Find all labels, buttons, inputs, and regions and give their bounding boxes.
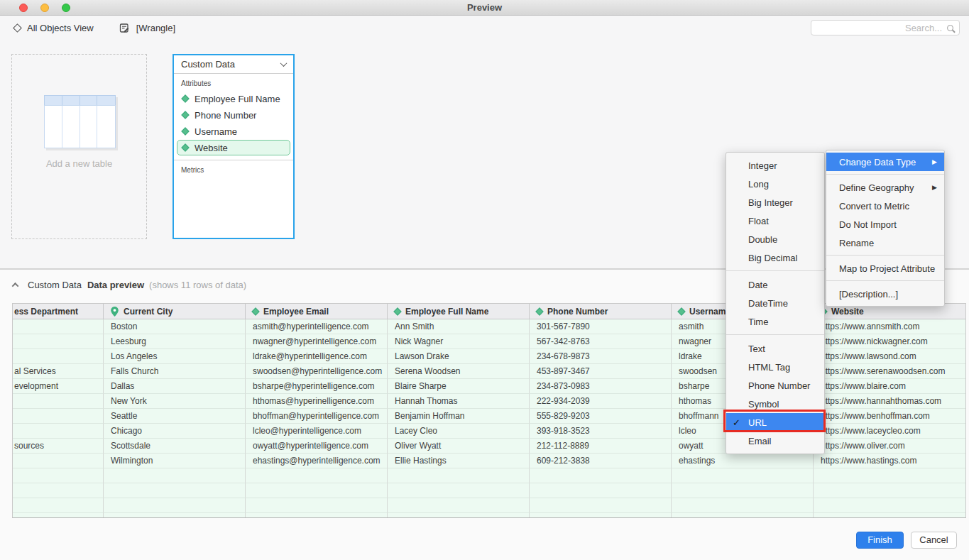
menu-item-time[interactable]: Time [726, 312, 824, 331]
table-cell [13, 483, 104, 498]
table-cell [13, 424, 104, 439]
search-box[interactable] [811, 20, 960, 35]
menu-item-datetime[interactable]: DateTime [726, 294, 824, 312]
column-header-label: Current City [124, 307, 173, 317]
table-cell: Ellie Hastings [388, 454, 530, 468]
table-cell: https://www.blaire.com [814, 379, 965, 394]
table-cell: Falls Church [104, 364, 246, 379]
table-cell: Boston [104, 319, 246, 334]
attribute-label: Employee Full Name [195, 94, 280, 104]
menu-item-change-data-type[interactable]: Change Data Type▶ [826, 153, 944, 171]
column-header-label: Website [831, 307, 864, 317]
table-cell [13, 468, 104, 483]
menu-item-long[interactable]: Long [726, 175, 824, 193]
table-cell: bsharpe@hyperintelligence.com [246, 379, 388, 394]
cancel-button[interactable]: Cancel [911, 532, 957, 549]
table-panel-title: Custom Data [181, 59, 235, 70]
table-row-empty [13, 468, 965, 483]
attribute-item-phone-number[interactable]: Phone Number [177, 107, 290, 123]
menu-item-phone-number[interactable]: Phone Number [726, 376, 824, 395]
attributes-section-label: Attributes [174, 74, 293, 91]
menu-item-text[interactable]: Text [726, 339, 824, 358]
column-header-label: ess Department [14, 307, 78, 317]
table-cell: https://www.benhoffman.com [814, 409, 965, 424]
menu-item-date[interactable]: Date [726, 275, 824, 294]
table-cell: 234-678-9873 [530, 349, 672, 364]
menu-item-label: Float [748, 216, 769, 226]
table-cell [530, 513, 672, 518]
table-row: Wilmingtonehastings@hyperintelligence.co… [13, 454, 965, 468]
table-cell [814, 498, 965, 513]
menu-item-label: Long [748, 179, 769, 190]
table-cell: Benjamin Hoffman [388, 409, 530, 424]
menu-item-map-to-project-attribute[interactable]: Map to Project Attribute [826, 259, 944, 278]
attribute-diamond-icon [181, 127, 189, 135]
search-input[interactable] [817, 23, 942, 33]
menu-item-double[interactable]: Double [726, 230, 824, 248]
table-cell [104, 513, 246, 518]
menu-item-do-not-import[interactable]: Do Not Import [826, 215, 944, 234]
wrangle-label: [Wrangle] [136, 23, 175, 33]
menu-item-email[interactable]: Email [726, 432, 824, 450]
column-header-ess-department[interactable]: ess Department [13, 304, 104, 319]
table-panel-header[interactable]: Custom Data [174, 55, 293, 74]
table-cell: https://www.nickwagner.com [814, 334, 965, 349]
metrics-section: Metrics [174, 160, 293, 177]
menu-separator [726, 270, 824, 271]
attribute-label: Website [195, 143, 228, 153]
menu-item-description[interactable]: [Description...] [826, 285, 944, 303]
menu-item-html-tag[interactable]: HTML Tag [726, 358, 824, 376]
table-cell: Hannah Thomas [388, 394, 530, 409]
menu-item-label: Map to Project Attribute [839, 263, 935, 274]
menu-item-integer[interactable]: Integer [726, 156, 824, 175]
table-cell [814, 468, 965, 483]
table-cell: 212-112-8889 [530, 439, 672, 454]
collapse-preview-icon[interactable] [12, 282, 19, 290]
table-cell: bhoffman@hyperintelligence.com [246, 409, 388, 424]
table-cell: ldrake@hyperintelligence.com [246, 349, 388, 364]
table-cell [13, 349, 104, 364]
table-cell [388, 513, 530, 518]
all-objects-view-button[interactable]: All Objects View [14, 23, 94, 33]
menu-item-big-integer[interactable]: Big Integer [726, 193, 824, 212]
menu-item-big-decimal[interactable]: Big Decimal [726, 248, 824, 267]
finish-button[interactable]: Finish [856, 532, 904, 549]
table-cell: 222-934-2039 [530, 394, 672, 409]
table-cell [104, 498, 246, 513]
wrangle-button[interactable]: [Wrangle] [119, 23, 175, 33]
column-header-employee-email[interactable]: Employee Email [246, 304, 388, 319]
table-cell: Los Angeles [104, 349, 246, 364]
table-cell: https://www.lawsond.com [814, 349, 965, 364]
table-cell [530, 498, 672, 513]
column-header-phone-number[interactable]: Phone Number [530, 304, 672, 319]
column-header-label: Username [689, 307, 730, 317]
geo-pin-icon [111, 307, 119, 317]
menu-item-define-geography[interactable]: Define Geography▶ [826, 178, 944, 197]
table-cell [530, 468, 672, 483]
attribute-item-website[interactable]: Website [177, 140, 290, 155]
menu-item-rename[interactable]: Rename [826, 234, 944, 252]
table-cell [672, 468, 814, 483]
table-cell [814, 483, 965, 498]
attribute-item-employee-full-name[interactable]: Employee Full Name [177, 91, 290, 106]
menu-item-label: DateTime [748, 298, 788, 309]
column-header-employee-full-name[interactable]: Employee Full Name [388, 304, 530, 319]
table-cell: nwagner@hyperintelligence.com [246, 334, 388, 349]
table-cell: 609-212-3838 [530, 454, 672, 468]
attribute-item-username[interactable]: Username [177, 123, 290, 139]
table-cell: hthomas@hyperinelligence.com [246, 394, 388, 409]
table-cell: 301-567-7890 [530, 319, 672, 334]
menu-item-label: Time [748, 317, 768, 327]
menu-item-label: Change Data Type [839, 157, 916, 168]
add-new-table-dropzone[interactable]: Add a new table [11, 54, 147, 239]
table-cell [246, 483, 388, 498]
menu-item-float[interactable]: Float [726, 212, 824, 230]
menu-item-convert-to-metric[interactable]: Convert to Metric [826, 197, 944, 215]
table-cell [388, 498, 530, 513]
table-cell: Leesburg [104, 334, 246, 349]
add-table-label: Add a new table [12, 158, 146, 169]
column-header-current-city[interactable]: Current City [104, 304, 246, 319]
table-cell [672, 498, 814, 513]
menu-item-label: Symbol [748, 399, 779, 410]
menu-item-label: [Description...] [839, 289, 898, 300]
